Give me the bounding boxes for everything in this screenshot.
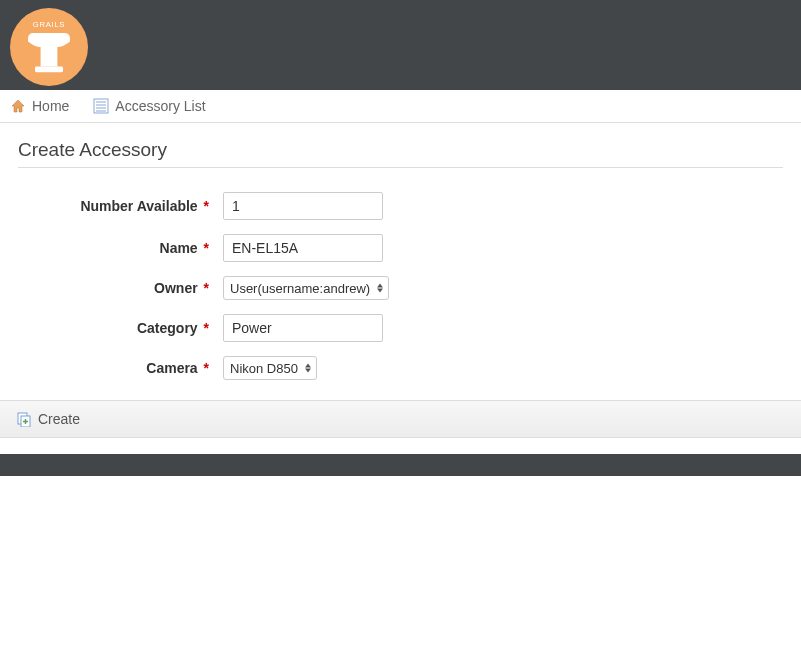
required-mark: * [204, 198, 209, 214]
required-mark: * [204, 360, 209, 376]
content: Create Accessory Number Available * Name… [0, 123, 801, 380]
home-icon [10, 98, 26, 114]
required-mark: * [204, 320, 209, 336]
row-owner: Owner * User(username:andrew) [18, 276, 783, 300]
logo-text: GRAILS [33, 20, 65, 29]
title-rule [18, 167, 783, 168]
select-caret-icon [305, 364, 311, 373]
app-header: GRAILS [0, 0, 801, 90]
svg-rect-0 [35, 67, 63, 73]
row-category: Category * [18, 314, 783, 342]
nav-home[interactable]: Home [10, 98, 69, 114]
select-owner-value: User(username:andrew) [230, 281, 370, 296]
select-owner[interactable]: User(username:andrew) [223, 276, 389, 300]
nav-bar: Home Accessory List [0, 90, 801, 123]
row-name: Name * [18, 234, 783, 262]
input-name[interactable] [223, 234, 383, 262]
select-camera[interactable]: Nikon D850 [223, 356, 317, 380]
input-category[interactable] [223, 314, 383, 342]
create-button[interactable]: Create [16, 411, 80, 427]
page-title: Create Accessory [18, 139, 783, 161]
required-mark: * [204, 280, 209, 296]
list-icon [93, 98, 109, 114]
label-name: Name * [18, 240, 223, 256]
label-owner: Owner * [18, 280, 223, 296]
select-caret-icon [377, 284, 383, 293]
required-mark: * [204, 240, 209, 256]
input-number-available[interactable] [223, 192, 383, 220]
label-category: Category * [18, 320, 223, 336]
app-footer [0, 454, 801, 476]
create-icon [16, 411, 32, 427]
create-button-label: Create [38, 411, 80, 427]
label-number-available: Number Available * [18, 198, 223, 214]
nav-accessory-list[interactable]: Accessory List [93, 98, 205, 114]
nav-list-label: Accessory List [115, 98, 205, 114]
button-bar: Create [0, 400, 801, 438]
row-number-available: Number Available * [18, 192, 783, 220]
row-camera: Camera * Nikon D850 [18, 356, 783, 380]
label-camera: Camera * [18, 360, 223, 376]
grails-logo: GRAILS [10, 8, 88, 86]
select-camera-value: Nikon D850 [230, 361, 298, 376]
nav-home-label: Home [32, 98, 69, 114]
